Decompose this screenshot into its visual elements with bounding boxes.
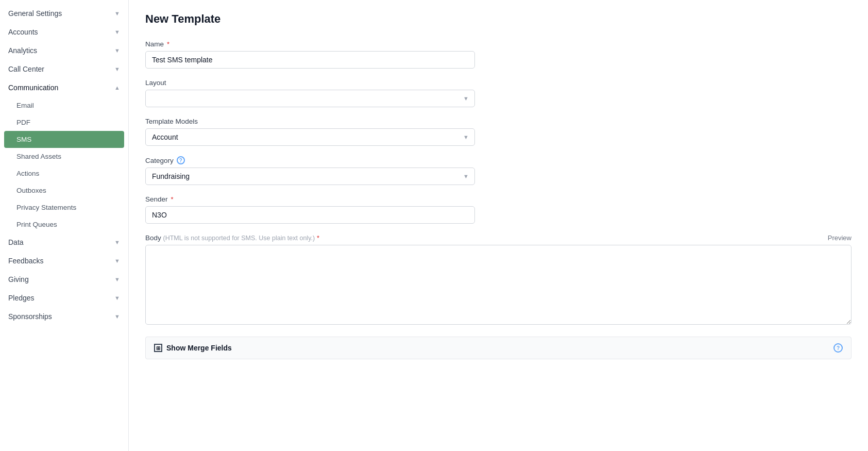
category-label: Category ?: [145, 156, 852, 164]
category-select-wrapper: Fundraising ▼: [145, 168, 475, 185]
category-select[interactable]: Fundraising: [145, 168, 475, 185]
layout-label: Layout: [145, 79, 852, 87]
chevron-down-icon: ▼: [114, 295, 120, 301]
body-textarea[interactable]: [145, 245, 852, 325]
sidebar-item-outboxes[interactable]: Outboxes: [0, 182, 128, 199]
sidebar-item-email[interactable]: Email: [0, 97, 128, 114]
sidebar-label-communication: Communication: [8, 83, 58, 92]
sidebar-label-data: Data: [8, 238, 24, 246]
sidebar-item-sms[interactable]: SMS: [4, 131, 124, 148]
main-content: New Template Name * Layout ▼ Template Mo…: [129, 0, 868, 451]
required-indicator: *: [317, 234, 319, 242]
page-title: New Template: [145, 12, 852, 26]
category-field-group: Category ? Fundraising ▼: [145, 156, 852, 185]
sidebar-item-actions[interactable]: Actions: [0, 165, 128, 182]
sidebar-label-sms: SMS: [16, 136, 31, 143]
template-models-select[interactable]: Account: [145, 128, 475, 146]
template-models-select-wrapper: Account ▼: [145, 128, 475, 146]
chevron-down-icon: ▼: [114, 47, 120, 54]
sidebar-item-accounts[interactable]: Accounts ▼: [0, 23, 128, 41]
category-help-icon[interactable]: ?: [177, 156, 185, 164]
sidebar-item-pdf[interactable]: PDF: [0, 114, 128, 131]
sidebar-item-print-queues[interactable]: Print Queues: [0, 216, 128, 233]
merge-fields-bar[interactable]: ⊞ Show Merge Fields ?: [145, 337, 852, 359]
merge-icon: ⊞: [154, 344, 162, 352]
sidebar-item-data[interactable]: Data ▼: [0, 233, 128, 252]
sender-input[interactable]: [145, 206, 475, 224]
sidebar-label-privacy-statements: Privacy Statements: [16, 204, 76, 211]
sidebar-label-email: Email: [16, 102, 34, 109]
body-label: Body (HTML is not supported for SMS. Use…: [145, 234, 319, 242]
sidebar-label-general-settings: General Settings: [8, 9, 62, 18]
body-header: Body (HTML is not supported for SMS. Use…: [145, 234, 852, 242]
name-field-group: Name *: [145, 40, 852, 69]
merge-fields-label: Show Merge Fields: [166, 344, 232, 352]
chevron-down-icon: ▼: [114, 258, 120, 264]
chevron-down-icon: ▼: [114, 66, 120, 72]
sender-label: Sender *: [145, 195, 852, 203]
sidebar-label-analytics: Analytics: [8, 46, 37, 55]
sidebar-item-shared-assets[interactable]: Shared Assets: [0, 148, 128, 165]
sidebar-item-communication[interactable]: Communication ▲: [0, 78, 128, 97]
sidebar-label-actions: Actions: [16, 170, 39, 177]
template-models-field-group: Template Models Account ▼: [145, 118, 852, 146]
layout-select-wrapper: ▼: [145, 90, 475, 107]
sidebar-label-sponsorships: Sponsorships: [8, 312, 52, 321]
merge-fields-left: ⊞ Show Merge Fields: [154, 344, 232, 352]
sidebar-item-general-settings[interactable]: General Settings ▼: [0, 4, 128, 23]
body-hint: (HTML is not supported for SMS. Use plai…: [163, 235, 315, 242]
chevron-down-icon: ▼: [114, 10, 120, 16]
chevron-down-icon: ▼: [114, 313, 120, 320]
sidebar-label-accounts: Accounts: [8, 28, 38, 36]
sidebar-item-giving[interactable]: Giving ▼: [0, 270, 128, 289]
sidebar-label-shared-assets: Shared Assets: [16, 153, 61, 160]
sidebar-label-pdf: PDF: [16, 119, 30, 126]
sidebar-label-call-center: Call Center: [8, 65, 44, 73]
sidebar-label-outboxes: Outboxes: [16, 187, 46, 194]
sidebar-label-feedbacks: Feedbacks: [8, 257, 43, 265]
sidebar-item-pledges[interactable]: Pledges ▼: [0, 289, 128, 307]
template-models-label: Template Models: [145, 118, 852, 125]
required-indicator: *: [171, 195, 174, 203]
sidebar-item-sponsorships[interactable]: Sponsorships ▼: [0, 307, 128, 326]
chevron-down-icon: ▼: [114, 29, 120, 35]
layout-field-group: Layout ▼: [145, 79, 852, 107]
preview-link[interactable]: Preview: [828, 234, 852, 242]
required-indicator: *: [167, 40, 169, 48]
body-field-group: Body (HTML is not supported for SMS. Use…: [145, 234, 852, 326]
sidebar-item-feedbacks[interactable]: Feedbacks ▼: [0, 252, 128, 270]
chevron-down-icon: ▼: [114, 276, 120, 282]
name-label: Name *: [145, 40, 852, 48]
chevron-down-icon: ▼: [114, 239, 120, 245]
sidebar-label-giving: Giving: [8, 275, 29, 283]
sidebar: General Settings ▼ Accounts ▼ Analytics …: [0, 0, 129, 451]
sidebar-item-analytics[interactable]: Analytics ▼: [0, 41, 128, 60]
name-input[interactable]: [145, 51, 475, 69]
merge-fields-help-icon[interactable]: ?: [833, 343, 843, 353]
sidebar-item-call-center[interactable]: Call Center ▼: [0, 60, 128, 78]
chevron-up-icon: ▲: [114, 85, 120, 91]
sidebar-label-pledges: Pledges: [8, 294, 35, 302]
sender-field-group: Sender *: [145, 195, 852, 224]
sidebar-item-privacy-statements[interactable]: Privacy Statements: [0, 199, 128, 216]
sidebar-label-print-queues: Print Queues: [16, 221, 57, 228]
layout-select[interactable]: [145, 90, 475, 107]
